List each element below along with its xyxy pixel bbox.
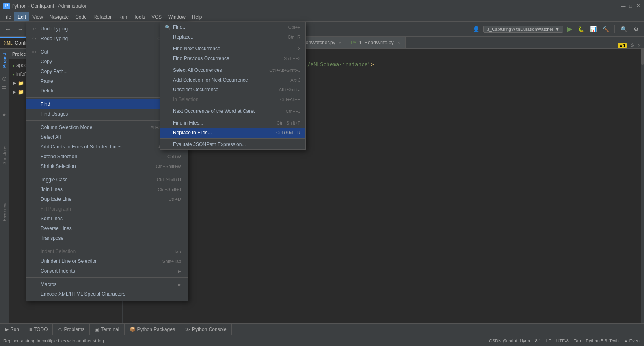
debug-button[interactable]: 🐛 xyxy=(576,24,586,34)
find-submenu-item-select-all-occ[interactable]: Select All Occurrences Ctrl+Alt+Shift+J xyxy=(160,65,305,75)
redo-label: Redo Typing xyxy=(41,36,157,41)
find-submenu-item-replace[interactable]: Replace... Ctrl+R xyxy=(160,32,305,42)
menu-refactor[interactable]: Refactor xyxy=(90,12,115,21)
bottom-tab-terminal[interactable]: ▣ Terminal xyxy=(90,324,124,335)
menu-view[interactable]: View xyxy=(29,12,46,21)
find-submenu-find-shortcut: Ctrl+F xyxy=(288,25,300,30)
menu-item-shrink-sel[interactable]: Shrink Selection Ctrl+Shift+W xyxy=(26,161,188,171)
find-submenu-item-find-prev[interactable]: Find Previous Occurrence Shift+F3 xyxy=(160,54,305,63)
settings-gear-button[interactable]: ⚙ xyxy=(631,24,641,34)
menu-item-duplicate-line[interactable]: Duplicate Line Ctrl+D xyxy=(26,194,188,204)
find-submenu-sel-all-shortcut: Ctrl+Alt+Shift+J xyxy=(269,68,300,73)
find-submenu-item-next-word[interactable]: Next Occurrence of the Word at Caret Ctr… xyxy=(160,106,305,116)
minimize-button[interactable]: — xyxy=(620,3,626,9)
join-lines-label: Join Lines xyxy=(41,187,158,192)
structure-icon[interactable]: ☰ xyxy=(1,85,8,92)
run-tab-label: Run xyxy=(10,327,19,332)
project-tab-label[interactable]: Project xyxy=(1,51,8,69)
join-lines-shortcut: Ctrl+Shift+J xyxy=(158,187,181,192)
find-divider-4 xyxy=(160,117,305,117)
find-submenu-unselect-label: Unselect Occurrence xyxy=(173,87,279,92)
col-sel-label: Column Selection Mode xyxy=(41,125,151,130)
back-button[interactable]: ← xyxy=(3,24,13,34)
find-submenu-item-unselect[interactable]: Unselect Occurrence Alt+Shift+J xyxy=(160,85,305,95)
unindent-shortcut: Shift+Tab xyxy=(162,259,181,264)
tab-settings-icon[interactable]: ⚙ xyxy=(630,43,635,48)
menu-item-macros[interactable]: Macros ▶ xyxy=(26,279,188,289)
app-icon: P xyxy=(3,3,10,9)
find-submenu-item-replace-files[interactable]: Replace in Files... Ctrl+Shift+R xyxy=(160,128,305,138)
left-icon-strip: Project ⊙ ☰ ★ Structure Favorites xyxy=(0,49,9,323)
problems-tab-label: Problems xyxy=(64,327,84,332)
bookmark-icon[interactable]: ★ xyxy=(1,111,8,118)
convert-indents-label: Convert Indents xyxy=(41,268,178,274)
toggle-case-label: Toggle Case xyxy=(41,177,157,183)
find-submenu-item-find[interactable]: 🔍 Find... Ctrl+F xyxy=(160,22,305,32)
find-submenu-find-prev-shortcut: Shift+F3 xyxy=(284,56,300,61)
tab-close-watcher[interactable]: × xyxy=(338,40,343,45)
bottom-tab-problems[interactable]: ⚠ Problems xyxy=(53,324,90,335)
find-submenu-sel-all-label: Select All Occurrences xyxy=(173,67,269,73)
menu-item-encode-xml[interactable]: Encode XML/HTML Special Characters xyxy=(26,289,188,299)
avatar-button[interactable]: 👤 xyxy=(471,24,481,34)
run-button[interactable]: ▶ xyxy=(566,25,574,33)
tab-close-readwrite[interactable]: × xyxy=(396,40,401,45)
add-carets-label: Add Carets to Ends of Selected Lines xyxy=(41,144,158,150)
menu-item-toggle-case[interactable]: Toggle Case Ctrl+Shift+U xyxy=(26,175,188,185)
python-console-icon: ≫ xyxy=(185,327,190,332)
config-selector[interactable]: 3_CapturingWithDurationWatcher ▼ xyxy=(483,26,563,33)
bottom-tab-run[interactable]: ▶ Run xyxy=(0,324,24,335)
profile-button[interactable]: 📊 xyxy=(588,24,598,34)
menu-tools[interactable]: Tools xyxy=(130,12,148,21)
tab-readwrite[interactable]: PY 1_ReadWrite.py × xyxy=(347,37,406,48)
python-console-label: Python Console xyxy=(192,327,227,332)
redo-icon: ↪ xyxy=(32,36,41,41)
status-bar-left: Replace a string in multiple files with … xyxy=(3,338,104,343)
menu-code[interactable]: Code xyxy=(72,12,90,21)
forward-button[interactable]: → xyxy=(15,24,25,34)
menu-edit[interactable]: Edit xyxy=(14,12,29,21)
menu-item-join-lines[interactable]: Join Lines Ctrl+Shift+J xyxy=(26,185,188,194)
structure-tab-label[interactable]: Structure xyxy=(1,145,8,166)
find-submenu-item-find-files[interactable]: Find in Files... Ctrl+Shift+F xyxy=(160,118,305,128)
maximize-button[interactable]: □ xyxy=(628,3,633,9)
sort-lines-label: Sort Lines xyxy=(41,216,181,221)
toolbar-sep-2 xyxy=(614,25,615,33)
find-submenu-item-add-next[interactable]: Add Selection for Next Occurrence Alt+J xyxy=(160,75,305,85)
tab-close-all-icon[interactable]: × xyxy=(638,43,641,48)
todo-tab-label: TODO xyxy=(34,327,48,332)
menu-navigate[interactable]: Navigate xyxy=(46,12,72,21)
menu-item-convert-indents[interactable]: Convert Indents ▶ xyxy=(26,266,188,276)
menu-window[interactable]: Window xyxy=(165,12,189,21)
find-submenu-item-find-next[interactable]: Find Next Occurrence F3 xyxy=(160,44,305,54)
find-divider-2 xyxy=(160,64,305,64)
menu-bar: File Edit View Navigate Code Refactor Ru… xyxy=(0,12,644,22)
sel-all-label: Select All xyxy=(41,134,169,140)
scrollbar-thumb[interactable] xyxy=(641,49,644,65)
find-submenu-find-files-shortcut: Ctrl+Shift+F xyxy=(277,120,300,125)
close-button[interactable]: ✕ xyxy=(635,3,641,9)
bottom-tab-todo[interactable]: ≡ TODO xyxy=(24,324,53,335)
menu-item-sort-lines[interactable]: Sort Lines xyxy=(26,214,188,224)
menu-run[interactable]: Run xyxy=(115,12,130,21)
tab-bar-right: ▲1 ⚙ × xyxy=(618,43,644,48)
find-submenu-next-word-label: Next Occurrence of the Word at Caret xyxy=(173,108,286,114)
vertical-scrollbar[interactable] xyxy=(641,49,644,323)
find-submenu-item-eval-jsonpath[interactable]: Evaluate JSONPath Expression... xyxy=(160,140,305,149)
menu-item-transpose[interactable]: Transpose xyxy=(26,233,188,243)
menu-item-reverse-lines[interactable]: Reverse Lines xyxy=(26,224,188,233)
bottom-tab-python-console[interactable]: ≫ Python Console xyxy=(180,324,232,335)
find-submenu-replace-files-shortcut: Ctrl+Shift+R xyxy=(276,130,300,135)
commit-icon[interactable]: ⊙ xyxy=(1,75,8,82)
menu-file[interactable]: File xyxy=(0,12,14,21)
bottom-tab-python-packages[interactable]: 📦 Python Packages xyxy=(125,324,180,335)
menu-item-extend-sel[interactable]: Extend Selection Ctrl+W xyxy=(26,152,188,161)
menu-help[interactable]: Help xyxy=(189,12,205,21)
search-everywhere-button[interactable]: 🔍 xyxy=(619,24,629,34)
menu-item-unindent[interactable]: Unindent Line or Selection Shift+Tab xyxy=(26,256,188,266)
favorites-tab-label[interactable]: Favorites xyxy=(1,201,8,223)
menu-vcs[interactable]: VCS xyxy=(148,12,165,21)
title-bar-controls[interactable]: — □ ✕ xyxy=(620,3,641,9)
indent-sel-shortcut: Tab xyxy=(174,249,181,254)
build-button[interactable]: 🔨 xyxy=(601,24,610,34)
